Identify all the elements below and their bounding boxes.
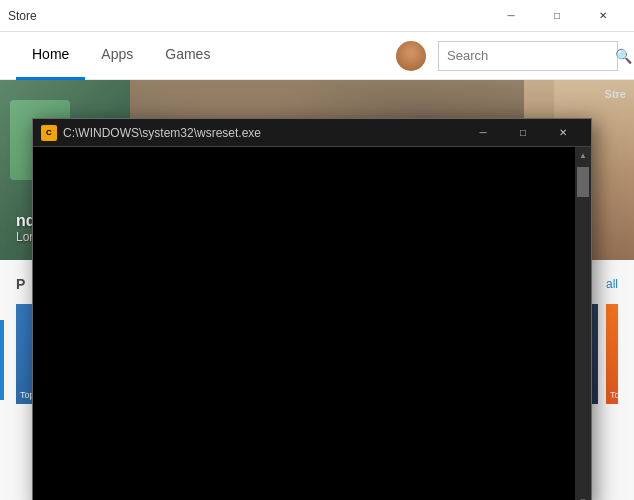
cmd-controls: ─ □ ✕	[463, 119, 583, 147]
title-bar-controls: ─ □ ✕	[488, 0, 626, 32]
tab-apps[interactable]: Apps	[85, 32, 149, 80]
cmd-window-title: C:\WINDOWS\system32\wsreset.exe	[63, 126, 463, 140]
store-window: Store ─ □ ✕ Home Apps Games 🔍	[0, 0, 634, 500]
scroll-up-arrow[interactable]: ▲	[575, 147, 591, 163]
nav-bar: Home Apps Games 🔍	[0, 32, 634, 80]
minimize-button[interactable]: ─	[488, 0, 534, 32]
title-bar: Store ─ □ ✕	[0, 0, 634, 32]
scroll-track	[575, 163, 591, 493]
scroll-down-arrow[interactable]: ▼	[575, 493, 591, 500]
avatar-image	[396, 41, 426, 71]
cmd-minimize-button[interactable]: ─	[463, 119, 503, 147]
avatar[interactable]	[396, 41, 426, 71]
search-input[interactable]	[447, 48, 615, 63]
scroll-thumb[interactable]	[577, 167, 589, 197]
tab-games[interactable]: Games	[149, 32, 226, 80]
tab-home[interactable]: Home	[16, 32, 85, 80]
cmd-close-button[interactable]: ✕	[543, 119, 583, 147]
search-icon[interactable]: 🔍	[615, 48, 632, 64]
cmd-window: C C:\WINDOWS\system32\wsreset.exe ─ □ ✕ …	[32, 118, 592, 500]
nav-tabs: Home Apps Games	[16, 32, 226, 80]
nav-right: 🔍	[396, 41, 618, 71]
cmd-body	[33, 147, 591, 500]
main-content: nds Lord Stre P all Top Lites	[0, 80, 634, 500]
cmd-scrollbar: ▲ ▼	[575, 147, 591, 500]
maximize-button[interactable]: □	[534, 0, 580, 32]
cmd-title-bar: C C:\WINDOWS\system32\wsreset.exe ─ □ ✕	[33, 119, 591, 147]
cmd-maximize-button[interactable]: □	[503, 119, 543, 147]
close-button[interactable]: ✕	[580, 0, 626, 32]
search-box[interactable]: 🔍	[438, 41, 618, 71]
store-title: Store	[8, 9, 37, 23]
cmd-icon: C	[41, 125, 57, 141]
